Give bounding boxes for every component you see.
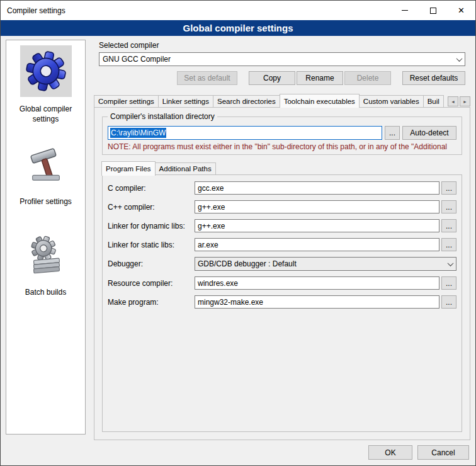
debugger-dropdown[interactable]: GDB/CDB debugger : Default [195,257,456,271]
rename-button[interactable]: Rename [297,71,343,85]
toolchain-executables-page: Compiler's installation directory C:\ray… [94,107,470,440]
program-row-c-compiler: C compiler:gcc.exe... [108,181,456,195]
scroll-tabs-right-button[interactable]: ► [460,96,470,106]
program-row-resource-compiler: Resource compiler:windres.exe... [108,276,456,290]
minimize-icon [402,10,408,11]
make-program-browse-button[interactable]: ... [441,295,456,309]
compiler-settings-dialog: Compiler settings ✕ Global compiler sett… [0,0,476,466]
gear-stack-icon-box [20,229,72,280]
compiler-action-buttons: Set as default Copy Rename Delete Reset … [99,71,465,85]
c-compiler-browse-button[interactable]: ... [441,181,456,195]
dialog-footer: OK Cancel [368,445,469,460]
chevron-down-icon [453,53,465,65]
selected-compiler-label: Selected compiler [99,41,465,50]
program-files-panel: C compiler:gcc.exe...C++ compiler:g++.ex… [102,174,462,432]
ok-button[interactable]: OK [368,445,412,460]
selected-compiler-dropdown[interactable]: GNU GCC Compiler [99,52,465,66]
scroll-right-icon: ► [463,99,467,104]
maximize-button[interactable] [419,1,447,20]
dialog-body: Global compiler settings [1,36,475,465]
debugger-field: GDB/CDB debugger : Default [195,257,456,271]
scroll-left-icon: ◄ [451,99,455,104]
sidebar-item-label: Global compiler settings [6,105,85,124]
installation-directory-browse-button[interactable]: ... [385,126,400,140]
make-program-field: mingw32-make.exe... [195,295,456,309]
tab-custom-variables[interactable]: Custom variables [360,95,424,108]
installation-directory-row: C:\raylib\MinGW ... Auto-detect [108,126,456,140]
linker-static-libs-field: ar.exe... [195,238,456,251]
make-program-input[interactable]: mingw32-make.exe [195,295,439,309]
tab-program-files[interactable]: Program Files [101,161,156,176]
titlebar[interactable]: Compiler settings ✕ [1,1,475,20]
selected-compiler-value: GNU GCC Compiler [99,55,453,64]
installation-directory-input[interactable]: C:\raylib\MinGW [108,126,382,140]
tab-linker-settings[interactable]: Linker settings [159,95,213,108]
c-compiler-field: gcc.exe... [195,181,456,195]
resource-compiler-input[interactable]: windres.exe [195,276,439,290]
make-program-label: Make program: [108,298,195,307]
set-as-default-button[interactable]: Set as default [177,71,237,85]
auto-detect-button[interactable]: Auto-detect [402,126,456,140]
linker-static-libs-input[interactable]: ar.exe [195,238,439,251]
tab-compiler-settings[interactable]: Compiler settings [94,95,159,108]
installation-directory-value: C:\raylib\MinGW [110,128,166,138]
cancel-button[interactable]: Cancel [417,445,469,460]
c-compiler-label: C compiler: [108,184,195,193]
maximize-icon [430,8,436,14]
sidebar-item-profiler-settings[interactable]: Profiler settings [6,133,85,207]
sidebar-item-global-compiler-settings[interactable]: Global compiler settings [6,40,85,124]
resource-compiler-field: windres.exe... [195,276,456,290]
hammer-icon [26,144,65,183]
program-row-cpp-compiler: C++ compiler:g++.exe... [108,200,456,213]
gear-blue-icon-box [20,45,72,97]
program-files-notebook: Program FilesAdditional Paths C compiler… [102,161,462,432]
linker-static-libs-browse-button[interactable]: ... [441,238,456,251]
compiler-selection-section: Selected compiler GNU GCC Compiler Set a… [94,38,470,85]
close-icon: ✕ [458,6,465,14]
tab-scroll-arrows: ◄ ► [448,96,470,106]
delete-button[interactable]: Delete [344,71,391,85]
cpp-compiler-label: C++ compiler: [108,203,195,212]
linker-dynamic-libs-field: g++.exe... [195,219,456,232]
main-panel: Selected compiler GNU GCC Compiler Set a… [94,38,470,440]
installation-directory-note: NOTE: All programs must exist either in … [108,142,456,151]
linker-dynamic-libs-input[interactable]: g++.exe [195,219,439,232]
tab-strip: Compiler settingsLinker settingsSearch d… [94,94,446,108]
installation-directory-group: Compiler's installation directory C:\ray… [102,116,462,155]
chevron-down-icon [445,258,456,270]
sidebar-item-batch-builds[interactable]: Batch builds [6,224,85,298]
gear-blue-icon [25,50,67,92]
program-row-linker-static-libs: Linker for static libs:ar.exe... [108,238,456,251]
installation-directory-group-title: Compiler's installation directory [108,112,217,121]
tab-build[interactable]: Buil [424,95,444,108]
cpp-compiler-field: g++.exe... [195,200,456,213]
program-tab-strip: Program FilesAdditional Paths [102,161,462,175]
window-title: Compiler settings [1,1,390,20]
tab-search-directories[interactable]: Search directories [213,95,280,108]
tab-additional-paths[interactable]: Additional Paths [156,162,216,175]
reset-defaults-button[interactable]: Reset defaults [402,71,465,85]
linker-dynamic-libs-label: Linker for dynamic libs: [108,222,195,230]
settings-category-list: Global compiler settings [6,40,86,435]
linker-dynamic-libs-browse-button[interactable]: ... [441,219,456,232]
program-row-make-program: Make program:mingw32-make.exe... [108,295,456,309]
debugger-value: GDB/CDB debugger : Default [195,259,445,268]
gear-stack-icon [26,235,65,274]
minimize-button[interactable] [390,1,419,20]
resource-compiler-browse-button[interactable]: ... [441,276,456,290]
sidebar-item-label: Batch builds [24,288,67,298]
cpp-compiler-browse-button[interactable]: ... [441,200,456,213]
tab-toolchain-executables[interactable]: Toolchain executables [280,94,360,108]
program-row-linker-dynamic-libs: Linker for dynamic libs:g++.exe... [108,219,456,232]
copy-button[interactable]: Copy [249,71,295,85]
program-row-debugger: Debugger:GDB/CDB debugger : Default [108,257,456,271]
close-button[interactable]: ✕ [447,1,475,20]
debugger-label: Debugger: [108,259,195,268]
settings-tab-strip: Compiler settingsLinker settingsSearch d… [94,94,470,108]
hammer-icon-box [20,138,72,190]
sidebar-item-label: Profiler settings [18,197,73,207]
cpp-compiler-input[interactable]: g++.exe [195,200,439,213]
scroll-tabs-left-button[interactable]: ◄ [448,96,458,106]
resource-compiler-label: Resource compiler: [108,279,195,288]
c-compiler-input[interactable]: gcc.exe [195,181,439,195]
